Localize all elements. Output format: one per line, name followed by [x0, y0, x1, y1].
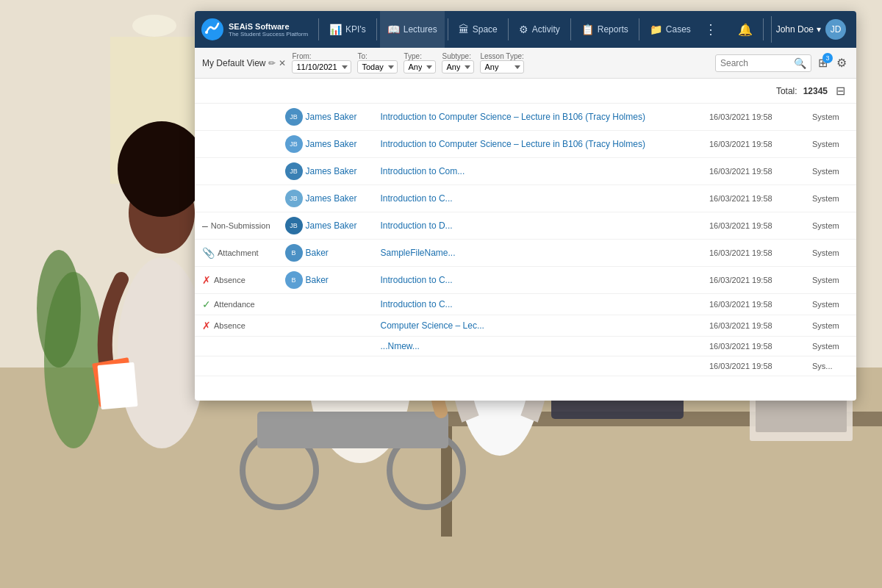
nav-divider-3	[448, 18, 448, 40]
student-name[interactable]: James Baker	[306, 139, 357, 149]
navbar-right: 🔔 John Doe ▾ JD	[735, 16, 850, 43]
lesson-link[interactable]: Introduction to C...	[381, 275, 453, 285]
student-name[interactable]: James Baker	[306, 166, 357, 176]
lesson-link[interactable]: Introduction to C...	[381, 193, 453, 204]
nav-divider-6	[639, 18, 639, 40]
source-text: System	[812, 221, 839, 230]
source-text: System	[812, 300, 839, 309]
timestamp: 16/03/2021 19:58	[709, 342, 772, 351]
lesson-link[interactable]: Introduction to Computer Science – Lectu…	[381, 139, 645, 149]
type-label: Attendance	[214, 300, 255, 309]
nav-divider-1	[318, 18, 319, 40]
filter-subtype-select[interactable]: Any	[442, 60, 474, 74]
student-avatar: JB	[285, 217, 303, 234]
student-cell: JB James Baker	[285, 108, 366, 126]
nav-divider-2	[376, 18, 377, 40]
kpis-icon: 📊	[329, 24, 342, 35]
filter-from-select[interactable]: 11/10/2021	[292, 60, 351, 74]
notification-button-wrap: ⊞ 3	[816, 56, 830, 70]
lesson-link[interactable]: Introduction to Computer Science – Lectu…	[381, 112, 645, 122]
table-row: JB James Baker Introduction to Computer …	[195, 131, 856, 158]
filter-type-select[interactable]: Any	[404, 60, 436, 74]
type-label: Absence	[214, 321, 245, 330]
type-badge: – Non-Submission	[202, 220, 270, 232]
nav-item-space[interactable]: 🏛 Space	[451, 11, 505, 48]
nav-divider-5	[570, 18, 571, 40]
nav-item-reports[interactable]: 📋 Reports	[574, 11, 636, 48]
svg-point-6	[37, 250, 81, 368]
timestamp: 16/03/2021 19:58	[709, 362, 772, 370]
more-options-button[interactable]: ⋮	[698, 18, 723, 40]
table-row: ...Nmew...16/03/2021 19:58System	[195, 337, 856, 356]
lesson-link[interactable]: Introduction to Com...	[381, 166, 465, 176]
search-icon[interactable]: 🔍	[794, 57, 806, 69]
svg-rect-19	[97, 362, 137, 409]
student-name[interactable]: Baker	[306, 248, 329, 258]
svg-point-4	[132, 15, 176, 37]
logo-text: SEAiS Software The Student Success Platf…	[229, 22, 308, 37]
filter-to-select[interactable]: Today	[357, 60, 398, 74]
lesson-link[interactable]: Computer Science – Lec...	[381, 320, 484, 331]
student-cell: B Baker	[285, 271, 366, 289]
student-avatar: B	[285, 271, 303, 289]
timestamp: 16/03/2021 19:58	[709, 300, 772, 309]
user-menu-button[interactable]: John Doe ▾ JD	[771, 16, 850, 43]
nav-item-cases[interactable]: 📁 Cases	[642, 11, 698, 48]
nav-item-lectures[interactable]: 📖 Lectures	[380, 11, 445, 48]
filter-lesson-type-select[interactable]: Any	[480, 60, 523, 74]
search-input[interactable]	[720, 58, 794, 68]
student-name[interactable]: James Baker	[306, 112, 357, 122]
total-bar: Total: 12345 ⊟	[195, 79, 856, 104]
nav-divider-4	[508, 18, 509, 40]
student-cell: B Baker	[285, 244, 366, 262]
view-edit-button[interactable]: ✏	[268, 58, 276, 68]
student-name[interactable]: James Baker	[306, 193, 357, 204]
nav-item-kpis[interactable]: 📊 KPI's	[322, 11, 373, 48]
notification-badge: 3	[822, 53, 833, 63]
source-text: System	[812, 321, 839, 330]
source-text: System	[812, 276, 839, 284]
settings-button[interactable]: ⚙	[834, 54, 849, 72]
svg-point-17	[118, 257, 206, 448]
columns-view-button[interactable]: ⊟	[833, 82, 847, 100]
timestamp: 16/03/2021 19:58	[709, 221, 772, 230]
view-close-button[interactable]: ✕	[279, 58, 286, 68]
student-cell: JB James Baker	[285, 135, 366, 153]
logo-area: SEAiS Software The Student Success Platf…	[201, 18, 308, 41]
lesson-link[interactable]: Introduction to D...	[381, 220, 453, 231]
search-area: 🔍 ⊞ 3 ⚙	[715, 54, 849, 72]
source-text: Sys...	[812, 362, 833, 370]
type-icon: ✗	[202, 274, 211, 286]
table-row: ✗ Absence B Baker Introduction to C...16…	[195, 267, 856, 294]
student-name[interactable]: James Baker	[306, 220, 357, 231]
filter-type: Type: Any	[404, 52, 436, 74]
toolbar: My Default View ✏ ✕ From: 11/10/2021 To:…	[195, 48, 856, 79]
logo-icon	[201, 18, 224, 41]
source-text: System	[812, 140, 839, 148]
table-row: JB James Baker Introduction to Computer …	[195, 104, 856, 131]
lesson-link[interactable]: ...Nmew...	[381, 341, 420, 351]
lesson-link[interactable]: SampleFileName...	[381, 248, 456, 258]
table-body: JB James Baker Introduction to Computer …	[195, 104, 856, 376]
table-row: JB James Baker Introduction to Com...16/…	[195, 158, 856, 185]
timestamp: 16/03/2021 19:58	[709, 194, 772, 203]
timestamp: 16/03/2021 19:58	[709, 167, 772, 176]
timestamp: 16/03/2021 19:58	[709, 248, 772, 257]
nav-item-activity[interactable]: ⚙ Activity	[512, 11, 567, 48]
lesson-link[interactable]: Introduction to C...	[381, 299, 453, 309]
source-text: System	[812, 112, 839, 121]
bell-button[interactable]: 🔔	[735, 20, 756, 40]
student-cell: JB James Baker	[285, 217, 366, 234]
student-name[interactable]: Baker	[306, 275, 329, 285]
timestamp: 16/03/2021 19:58	[709, 140, 772, 148]
filter-from: From: 11/10/2021	[292, 52, 351, 74]
lectures-icon: 📖	[387, 24, 400, 35]
student-avatar: JB	[285, 162, 303, 180]
student-avatar: JB	[285, 135, 303, 153]
source-text: System	[812, 167, 839, 176]
timestamp: 16/03/2021 19:58	[709, 276, 772, 284]
student-avatar: B	[285, 244, 303, 262]
data-table: JB James Baker Introduction to Computer …	[195, 104, 856, 396]
search-box: 🔍	[715, 54, 811, 72]
table-row: ✗ Absence Computer Science – Lec...16/03…	[195, 315, 856, 337]
